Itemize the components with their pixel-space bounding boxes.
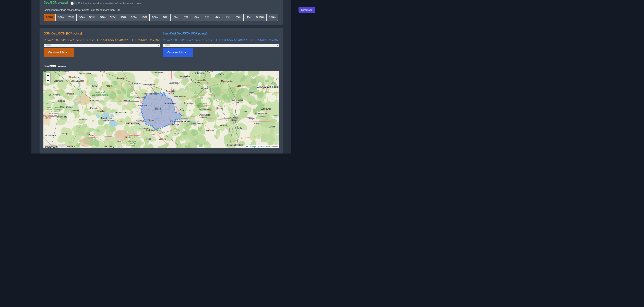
svg-text:Seehausen: Seehausen	[59, 71, 70, 72]
svg-text:Rhinow: Rhinow	[91, 85, 98, 87]
svg-text:Oderberg: Oderberg	[195, 72, 204, 74]
svg-text:Potsdam: Potsdam	[136, 119, 144, 122]
svg-text:Premnitz: Premnitz	[90, 107, 98, 110]
svg-text:Beelitz: Beelitz	[126, 136, 132, 138]
svg-text:Friesack: Friesack	[105, 85, 112, 87]
svg-text:Erkner: Erkner	[180, 109, 186, 112]
svg-text:Schweiz: Schweiz	[198, 107, 206, 110]
svg-text:Liebenwalde: Liebenwalde	[152, 72, 164, 74]
svg-text:Zossen: Zossen	[159, 138, 166, 140]
svg-text:Cedynia: Cedynia	[205, 71, 213, 73]
svg-text:ark (Altmark): ark (Altmark)	[48, 94, 60, 96]
svg-text:Genthin: Genthin	[80, 118, 87, 121]
svg-text:Hennigsdorf: Hennigsdorf	[134, 96, 146, 99]
svg-text:(Oder): (Oder)	[230, 119, 236, 121]
svg-text:Burg: Burg	[62, 132, 67, 135]
svg-text:Frankfurt: Frankfurt	[230, 116, 238, 119]
svg-text:Gorzów Wielkopolski: Gorzów Wielkopolski	[257, 85, 279, 88]
svg-text:Hohen Neuendorf: Hohen Neuendorf	[142, 93, 158, 95]
svg-text:Stendal: Stendal	[58, 100, 65, 102]
svg-text:Odrą: Odrą	[234, 101, 239, 104]
svg-text:Berlin: Berlin	[168, 92, 174, 95]
svg-text:Naturpark: Naturpark	[94, 91, 105, 94]
svg-text:Uchtspringe: Uchtspringe	[49, 112, 60, 114]
svg-text:Havelberg: Havelberg	[69, 76, 79, 78]
svg-text:Tangerhütte: Tangerhütte	[56, 116, 67, 118]
svg-text:Eberswalde: Eberswalde	[179, 75, 190, 78]
svg-text:Nieplitz: Nieplitz	[130, 144, 136, 147]
svg-text:Werneuchen: Werneuchen	[174, 95, 186, 98]
svg-text:Ziesar: Ziesar	[88, 134, 94, 136]
svg-text:Bad Belzig: Bad Belzig	[104, 145, 114, 148]
svg-text:Dębno: Dębno	[236, 85, 242, 87]
svg-text:Brück: Brück	[117, 140, 123, 142]
svg-text:Seelow: Seelow	[216, 107, 223, 110]
svg-text:Müllrose: Müllrose	[220, 124, 227, 126]
svg-text:Magdeburg: Magdeburg	[45, 146, 58, 148]
svg-text:Bernau bei: Bernau bei	[166, 90, 176, 92]
svg-text:(Oder): (Oder)	[195, 81, 201, 84]
svg-text:Teltow: Teltow	[148, 119, 154, 122]
svg-text:Eisenhüttenstadt: Eisenhüttenstadt	[227, 144, 243, 146]
svg-text:Cybinka: Cybinka	[235, 127, 242, 129]
svg-text:Arneburg: Arneburg	[66, 93, 74, 95]
svg-text:Brandenburg: Brandenburg	[101, 117, 113, 119]
svg-text:an der Havel: an der Havel	[101, 119, 113, 122]
svg-text:Märkische: Märkische	[197, 105, 207, 107]
svg-text:Spree: Spree	[201, 116, 207, 118]
svg-text:Fehrbellin: Fehrbellin	[116, 77, 125, 80]
svg-text:Falkensee: Falkensee	[138, 104, 148, 107]
svg-text:Oranienburg: Oranienburg	[144, 84, 156, 86]
svg-text:Teupitz: Teupitz	[174, 132, 180, 135]
svg-text:Königs Wusterhausen: Königs Wusterhausen	[170, 120, 190, 122]
svg-text:Berlin: Berlin	[155, 107, 162, 110]
svg-text:Havelsee: Havelsee	[98, 110, 106, 112]
svg-text:Naturpark: Naturpark	[198, 102, 207, 105]
svg-text:Ketzin/Havel: Ketzin/Havel	[114, 111, 126, 114]
svg-text:Wriezen: Wriezen	[201, 87, 208, 90]
svg-text:Jerichow: Jerichow	[71, 110, 79, 112]
svg-text:Werben (Elbe): Werben (Elbe)	[79, 72, 92, 75]
svg-text:Trebbin: Trebbin	[144, 138, 152, 140]
svg-text:Fürstenwalde/: Fürstenwalde/	[198, 114, 210, 116]
svg-text:see: see	[44, 71, 46, 72]
svg-text:Ośno Lubuskie: Ośno Lubuskie	[254, 112, 268, 115]
svg-text:Torzym: Torzym	[253, 122, 260, 124]
svg-text:Nauen: Nauen	[124, 100, 130, 102]
svg-text:Osterburg: Osterburg	[54, 80, 63, 82]
svg-text:Sulęcin: Sulęcin	[268, 126, 275, 128]
svg-text:Dosse: Dosse	[99, 71, 105, 73]
svg-text:Beeskow: Beeskow	[206, 129, 214, 132]
svg-text:Strausberg: Strausberg	[184, 102, 194, 104]
svg-text:Sandau (Elbe): Sandau (Elbe)	[71, 80, 84, 82]
svg-text:Lubniewice: Lubniewice	[261, 108, 271, 110]
svg-text:Moryń: Moryń	[218, 73, 224, 75]
svg-text:Werder (Havel): Werder (Havel)	[126, 122, 140, 124]
svg-text:Storkow (Mark): Storkow (Mark)	[190, 122, 204, 125]
svg-text:Witnica: Witnica	[249, 92, 256, 94]
svg-text:Kremmen: Kremmen	[132, 82, 141, 85]
svg-text:Biesenthal: Biesenthal	[169, 82, 178, 84]
svg-text:Kostrzyn nad: Kostrzyn nad	[231, 99, 243, 101]
svg-text:Lebus: Lebus	[242, 110, 247, 113]
svg-text:Ludwigsfelde: Ludwigsfelde	[146, 129, 158, 131]
svg-text:Mittenwalde: Mittenwalde	[168, 124, 179, 126]
svg-text:Bad Freienwalde: Bad Freienwalde	[190, 79, 206, 81]
svg-text:Altmark: Altmark	[44, 117, 52, 119]
svg-text:Mieszkowice: Mieszkowice	[221, 80, 233, 82]
svg-text:Rathenow: Rathenow	[90, 100, 99, 102]
svg-text:Wolmirstedt: Wolmirstedt	[45, 134, 56, 136]
svg-text:Westhavelland: Westhavelland	[92, 94, 108, 96]
svg-text:Rzepin: Rzepin	[248, 117, 255, 120]
svg-text:Ahrensfelde: Ahrensfelde	[164, 102, 176, 105]
svg-text:Möckern: Möckern	[67, 145, 75, 148]
